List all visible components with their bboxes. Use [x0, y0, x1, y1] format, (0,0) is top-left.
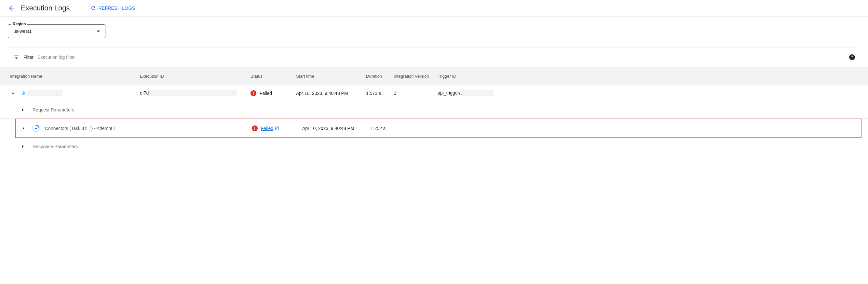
- table-row: tk- ef7d ! Failed Apr 10, 2023, 9:40:48 …: [0, 85, 868, 101]
- region-container: Region us-west1: [0, 16, 868, 38]
- trigger-id-cell: api_trigger/t: [438, 90, 503, 96]
- col-trigger-id: Trigger ID: [438, 74, 503, 79]
- logs-table: Integration Name Execution ID Status Sta…: [0, 67, 868, 155]
- redacted-text: [27, 90, 62, 96]
- request-parameters-row: Request Parameters: [0, 101, 868, 118]
- connectors-label: Connectors (Task ID: 1) - Attempt 1: [45, 126, 116, 131]
- page-header: Execution Logs REFRESH LOGS: [0, 0, 868, 16]
- filter-section: Filter ?: [8, 47, 860, 67]
- execution-id-cell: ef7d: [140, 90, 250, 96]
- integration-link[interactable]: tk-: [22, 90, 27, 96]
- col-duration: Duration: [366, 74, 394, 79]
- error-icon: !: [250, 90, 256, 96]
- expand-toggle[interactable]: [20, 107, 26, 113]
- chevron-down-icon: [97, 31, 100, 32]
- region-label: Region: [11, 22, 27, 26]
- response-parameters-label: Response Parameters: [33, 144, 78, 149]
- filter-icon: [13, 54, 20, 61]
- col-integration-name: Integration Name: [10, 74, 140, 79]
- external-link-icon: [275, 126, 279, 131]
- expand-toggle[interactable]: [20, 143, 26, 150]
- expand-toggle[interactable]: [10, 90, 16, 97]
- status-cell: ! Failed: [250, 90, 296, 96]
- connectors-start-time: Apr 10, 2023, 9:40:48 PM: [302, 126, 371, 131]
- version-cell: 0: [394, 91, 438, 96]
- col-start-time: Start time: [296, 74, 366, 79]
- filter-input[interactable]: [37, 55, 845, 60]
- table-header-row: Integration Name Execution ID Status Sta…: [0, 67, 868, 85]
- response-parameters-row: Response Parameters: [0, 138, 868, 155]
- request-parameters-label: Request Parameters: [33, 107, 74, 112]
- back-arrow-icon[interactable]: [8, 4, 16, 12]
- redacted-text: [462, 90, 494, 96]
- connectors-task-row: Connectors (Task ID: 1) - Attempt 1 ! Fa…: [15, 118, 862, 138]
- col-status: Status: [250, 74, 296, 79]
- failed-link[interactable]: Failed: [261, 126, 279, 131]
- redacted-text: [149, 90, 237, 96]
- duration-cell: 1.573 s: [366, 91, 394, 96]
- page-title: Execution Logs: [21, 4, 70, 12]
- expand-toggle[interactable]: [20, 125, 27, 132]
- connectors-status-cell: ! Failed: [252, 126, 302, 131]
- region-select[interactable]: Region us-west1: [8, 24, 105, 38]
- region-value: us-west1: [13, 29, 32, 34]
- col-integration-version: Integration Version: [394, 74, 438, 79]
- filter-label: Filter: [24, 55, 33, 60]
- start-time-cell: Apr 10, 2023, 9:40:48 PM: [296, 91, 366, 96]
- error-icon: !: [252, 126, 258, 131]
- col-execution-id: Execution ID: [140, 74, 250, 79]
- connectors-duration: 1.252 s: [371, 126, 436, 131]
- integration-name-cell: tk-: [10, 90, 140, 97]
- help-icon[interactable]: ?: [849, 54, 855, 60]
- refresh-icon: [90, 5, 96, 11]
- refresh-logs-button[interactable]: REFRESH LOGS: [90, 5, 135, 11]
- connector-icon: [32, 125, 40, 132]
